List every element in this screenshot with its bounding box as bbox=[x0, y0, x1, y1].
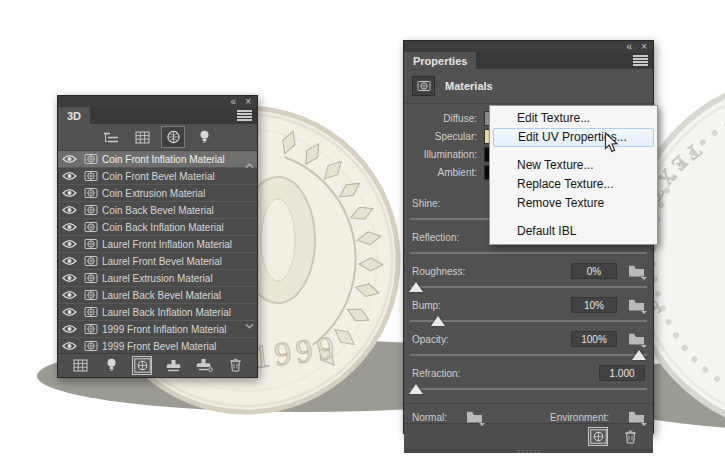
collapse-panel-icon[interactable]: « bbox=[231, 97, 237, 106]
material-sphere-icon bbox=[81, 221, 100, 233]
texture-folder-icon[interactable] bbox=[627, 333, 645, 345]
eye-visibility-icon[interactable] bbox=[58, 239, 81, 249]
material-row[interactable]: 1999 Front Inflation Material bbox=[58, 321, 257, 338]
normal-folder-icon[interactable] bbox=[465, 411, 483, 423]
filter-meshes-icon[interactable] bbox=[131, 127, 153, 147]
menu-item[interactable]: Edit Texture... bbox=[490, 109, 657, 128]
panel-menu-icon[interactable] bbox=[237, 110, 252, 121]
environment-label: Environment: bbox=[550, 412, 609, 423]
slider-value-field[interactable]: 1.000 bbox=[599, 365, 645, 381]
material-row[interactable]: Coin Back Inflation Material bbox=[58, 219, 257, 236]
filter-meshes-tool-icon[interactable] bbox=[71, 357, 89, 374]
eye-visibility-icon[interactable] bbox=[58, 256, 81, 266]
slider-row: Refraction:1.000 bbox=[404, 365, 653, 397]
material-label: Coin Extrusion Material bbox=[100, 188, 205, 199]
material-row[interactable]: Laurel Extrusion Material bbox=[58, 270, 257, 287]
material-label: 1999 Front Bevel Material bbox=[100, 341, 217, 352]
menu-item[interactable]: Replace Texture... bbox=[490, 175, 657, 194]
delete-tool-icon[interactable] bbox=[226, 357, 244, 374]
filter-lights-tool-icon[interactable] bbox=[102, 357, 120, 374]
eye-visibility-icon[interactable] bbox=[58, 290, 81, 300]
filter-lights-icon[interactable] bbox=[193, 127, 215, 147]
eye-visibility-icon[interactable] bbox=[58, 171, 81, 181]
filter-materials-tool-icon[interactable] bbox=[133, 357, 151, 374]
eye-visibility-icon[interactable] bbox=[58, 154, 81, 164]
material-row[interactable]: Laurel Back Bevel Material bbox=[58, 287, 257, 304]
slider-thumb[interactable] bbox=[632, 350, 646, 360]
close-panel-icon[interactable]: × bbox=[641, 42, 647, 51]
properties-header-title: Materials bbox=[445, 80, 493, 92]
material-row[interactable]: Coin Front Bevel Material bbox=[58, 168, 257, 185]
slider-track[interactable] bbox=[410, 252, 647, 254]
3d-panel-titlebar: « × bbox=[58, 96, 257, 107]
scroll-up-icon[interactable] bbox=[245, 155, 254, 173]
environment-folder-icon[interactable] bbox=[627, 411, 645, 423]
eye-visibility-icon[interactable] bbox=[58, 324, 81, 334]
slider-track[interactable] bbox=[410, 354, 647, 356]
3d-panel-toolbar bbox=[58, 353, 257, 376]
texture-context-menu: Edit Texture...Edit UV Properties...New … bbox=[489, 105, 658, 245]
slider-track[interactable] bbox=[410, 286, 647, 288]
material-sphere-icon bbox=[81, 153, 100, 165]
slider-row: Opacity:100% bbox=[404, 331, 653, 363]
eye-visibility-icon[interactable] bbox=[58, 188, 81, 198]
slider-thumb[interactable] bbox=[431, 316, 445, 326]
slider-value-field[interactable]: 0% bbox=[571, 263, 617, 279]
material-row[interactable]: 1999 Front Bevel Material bbox=[58, 338, 257, 353]
eye-visibility-icon[interactable] bbox=[58, 205, 81, 215]
tab-properties[interactable]: Properties bbox=[404, 52, 476, 69]
menu-group-gap bbox=[490, 147, 657, 156]
close-panel-icon[interactable]: × bbox=[245, 97, 251, 106]
material-label: Laurel Extrusion Material bbox=[100, 273, 213, 284]
material-sphere-icon bbox=[81, 238, 100, 250]
add-new-object-tool-icon[interactable] bbox=[164, 357, 182, 374]
slider-label: Reflection: bbox=[412, 232, 459, 243]
eye-visibility-icon[interactable] bbox=[58, 222, 81, 232]
eye-visibility-icon[interactable] bbox=[58, 341, 81, 351]
menu-item[interactable]: Default IBL bbox=[490, 222, 657, 241]
3d-panel: « × 3D Coin Front Inflation MaterialCoin… bbox=[57, 95, 258, 378]
material-row[interactable]: Laurel Front Inflation Material bbox=[58, 236, 257, 253]
material-row[interactable]: Laurel Back Inflation Material bbox=[58, 304, 257, 321]
material-row[interactable]: Coin Front Inflation Material bbox=[58, 151, 257, 168]
texture-folder-icon[interactable] bbox=[627, 265, 645, 277]
material-row[interactable]: Coin Back Bevel Material bbox=[58, 202, 257, 219]
panel-menu-icon[interactable] bbox=[633, 55, 648, 66]
eye-visibility-icon[interactable] bbox=[58, 307, 81, 317]
material-sphere-icon bbox=[81, 187, 100, 199]
slider-track[interactable] bbox=[410, 320, 647, 322]
materials-list: Coin Front Inflation MaterialCoin Front … bbox=[58, 150, 257, 353]
slider-label: Shine: bbox=[412, 198, 440, 209]
slider-track[interactable] bbox=[410, 388, 647, 390]
material-row[interactable]: Coin Extrusion Material bbox=[58, 185, 257, 202]
delete-icon[interactable] bbox=[621, 428, 639, 445]
toggle-materials-icon[interactable] bbox=[589, 428, 607, 445]
mouse-cursor bbox=[604, 132, 619, 154]
texture-folder-icon[interactable] bbox=[627, 299, 645, 311]
slider-row: Roughness:0% bbox=[404, 263, 653, 295]
slider-row: Bump:10% bbox=[404, 297, 653, 329]
slider-thumb[interactable] bbox=[409, 384, 423, 394]
slider-thumb[interactable] bbox=[409, 282, 423, 292]
slider-value-field[interactable]: 100% bbox=[571, 331, 617, 347]
filter-scene-icon[interactable] bbox=[100, 127, 122, 147]
material-sphere-icon bbox=[81, 289, 100, 301]
material-label: Coin Back Bevel Material bbox=[100, 205, 214, 216]
menu-item[interactable]: Remove Texture bbox=[490, 194, 657, 213]
collapse-panel-icon[interactable]: « bbox=[627, 42, 633, 51]
slider-label: Opacity: bbox=[412, 334, 449, 345]
filter-materials-icon[interactable] bbox=[162, 127, 184, 147]
materials-badge-icon bbox=[412, 76, 435, 96]
material-label: Coin Front Inflation Material bbox=[100, 154, 225, 165]
tab-3d[interactable]: 3D bbox=[58, 107, 90, 124]
resize-grip[interactable] bbox=[404, 449, 653, 453]
slider-value-field[interactable]: 10% bbox=[571, 297, 617, 313]
add-constraint-tool-icon[interactable] bbox=[195, 357, 213, 374]
menu-item[interactable]: Edit UV Properties... bbox=[493, 128, 654, 147]
material-row[interactable]: Laurel Front Bevel Material bbox=[58, 253, 257, 270]
eye-visibility-icon[interactable] bbox=[58, 273, 81, 283]
scroll-down-icon[interactable] bbox=[245, 315, 254, 333]
menu-item[interactable]: New Texture... bbox=[490, 156, 657, 175]
property-label: Illumination: bbox=[404, 149, 477, 160]
property-label: Ambient: bbox=[404, 167, 477, 178]
